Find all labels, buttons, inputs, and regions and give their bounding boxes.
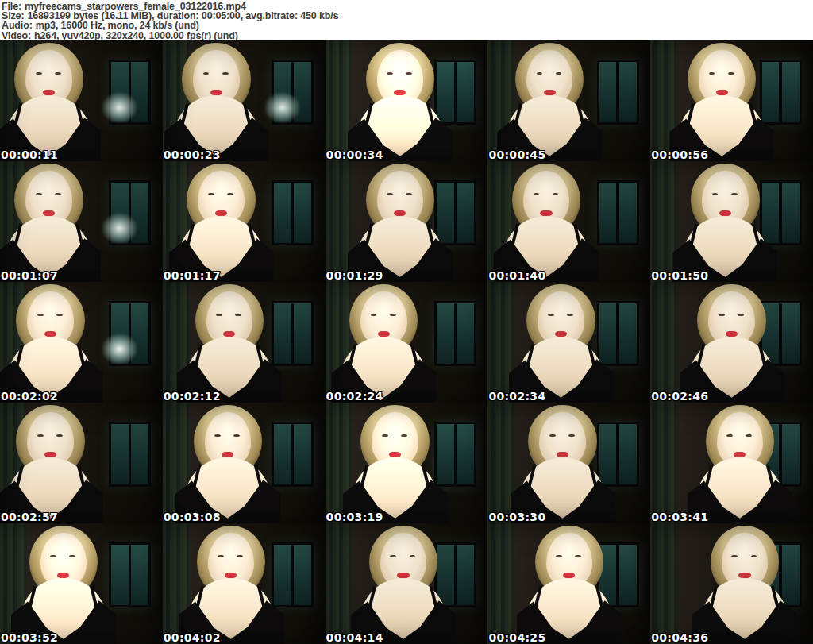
timestamp-label: 00:02:24	[326, 390, 383, 403]
thumbnail-cell: 00:02:02	[0, 282, 163, 403]
thumbnail-image	[487, 40, 650, 161]
timestamp-label: 00:02:12	[164, 390, 221, 403]
vignette-overlay	[326, 523, 488, 644]
thumbnail-image	[163, 40, 326, 161]
timestamp-label: 00:03:41	[651, 511, 708, 523]
vignette-overlay	[163, 40, 326, 161]
timestamp-label: 00:01:07	[1, 269, 58, 282]
thumbnail-cell: 00:01:50	[650, 161, 813, 282]
thumbnail-image	[163, 161, 326, 282]
thumbnail-cell: 00:03:52	[0, 523, 163, 644]
thumbnail-cell: 00:00:45	[487, 40, 650, 161]
thumbnail-image	[326, 161, 488, 282]
thumbnail-cell: 00:01:17	[163, 161, 326, 282]
thumbnail-cell: 00:01:29	[326, 161, 488, 282]
thumbnail-cell: 00:04:25	[487, 523, 650, 644]
thumbnail-cell: 00:00:56	[650, 40, 813, 161]
timestamp-label: 00:02:02	[1, 390, 58, 403]
vignette-overlay	[163, 403, 326, 523]
timestamp-label: 00:03:08	[164, 511, 221, 523]
thumbnail-image	[487, 161, 650, 282]
vignette-overlay	[326, 40, 488, 161]
thumbnail-image	[326, 282, 488, 403]
thumbnail-cell: 00:02:24	[326, 282, 488, 403]
vignette-overlay	[487, 282, 650, 403]
vignette-overlay	[0, 523, 163, 644]
timestamp-label: 00:04:25	[488, 631, 545, 644]
thumbnail-image	[326, 40, 488, 161]
thumbnail-image	[0, 282, 163, 403]
timestamp-label: 00:01:50	[651, 269, 708, 282]
thumbnail-cell: 00:04:02	[163, 523, 326, 644]
thumbnail-cell: 00:01:07	[0, 161, 163, 282]
thumbnail-image	[0, 403, 163, 523]
thumbnail-image	[326, 523, 488, 644]
vignette-overlay	[0, 161, 163, 282]
thumbnail-cell: 00:01:40	[487, 161, 650, 282]
vignette-overlay	[650, 282, 813, 403]
timestamp-label: 00:00:23	[164, 148, 221, 161]
vignette-overlay	[163, 523, 326, 644]
timestamp-label: 00:03:19	[326, 511, 383, 523]
thumbnail-cell: 00:04:36	[650, 523, 813, 644]
video-label: Video:	[2, 30, 31, 41]
thumbnail-image	[0, 523, 163, 644]
metadata-header: File:myfreecams_starpowers_female_031220…	[0, 0, 813, 40]
thumbnail-image	[163, 403, 326, 523]
vignette-overlay	[650, 161, 813, 282]
vignette-overlay	[0, 40, 163, 161]
timestamp-label: 00:02:34	[488, 390, 545, 403]
thumbnail-image	[650, 523, 813, 644]
timestamp-label: 00:04:02	[164, 631, 221, 644]
video-info-line: Video:h264, yuv420p, 320x240, 1000.00 fp…	[2, 31, 813, 40]
thumbnail-image	[487, 403, 650, 523]
thumbnail-cell: 00:00:34	[326, 40, 488, 161]
thumbnail-image	[163, 523, 326, 644]
thumbnail-image	[487, 523, 650, 644]
timestamp-label: 00:03:30	[488, 511, 545, 523]
vignette-overlay	[326, 403, 488, 523]
timestamp-label: 00:03:52	[1, 631, 58, 644]
vignette-overlay	[326, 282, 488, 403]
thumbnail-image	[650, 40, 813, 161]
vignette-overlay	[487, 523, 650, 644]
vignette-overlay	[0, 403, 163, 523]
vignette-overlay	[163, 282, 326, 403]
timestamp-label: 00:02:57	[1, 511, 58, 523]
thumbnail-image	[650, 282, 813, 403]
thumbnail-image	[163, 282, 326, 403]
timestamp-label: 00:01:17	[164, 269, 221, 282]
thumbnail-grid: 00:00:11 00:00:23	[0, 40, 813, 644]
vignette-overlay	[487, 40, 650, 161]
thumbnail-image	[0, 161, 163, 282]
thumbnail-image	[487, 282, 650, 403]
timestamp-label: 00:01:29	[326, 269, 383, 282]
thumbnail-cell: 00:04:14	[326, 523, 488, 644]
vignette-overlay	[326, 161, 488, 282]
thumbnail-image	[0, 40, 163, 161]
timestamp-label: 00:01:40	[488, 269, 545, 282]
thumbnail-cell: 00:02:57	[0, 403, 163, 523]
vignette-overlay	[487, 161, 650, 282]
timestamp-label: 00:00:34	[326, 148, 383, 161]
thumbnail-cell: 00:02:34	[487, 282, 650, 403]
thumbnail-image	[650, 403, 813, 523]
thumbnail-cell: 00:03:08	[163, 403, 326, 523]
timestamp-label: 00:00:56	[651, 148, 708, 161]
timestamp-label: 00:04:14	[326, 631, 383, 644]
thumbnail-cell: 00:03:30	[487, 403, 650, 523]
thumbnail-cell: 00:00:11	[0, 40, 163, 161]
thumbnail-cell: 00:02:46	[650, 282, 813, 403]
timestamp-label: 00:04:36	[651, 631, 708, 644]
thumbnail-cell: 00:03:41	[650, 403, 813, 523]
thumbnail-cell: 00:02:12	[163, 282, 326, 403]
vignette-overlay	[650, 523, 813, 644]
video-value: h264, yuv420p, 320x240, 1000.00 fps(r) (…	[34, 30, 238, 41]
thumbnail-image	[326, 403, 488, 523]
timestamp-label: 00:00:11	[1, 148, 58, 161]
vignette-overlay	[487, 403, 650, 523]
vignette-overlay	[650, 40, 813, 161]
timestamp-label: 00:00:45	[488, 148, 545, 161]
thumbnail-cell: 00:03:19	[326, 403, 488, 523]
vignette-overlay	[650, 403, 813, 523]
